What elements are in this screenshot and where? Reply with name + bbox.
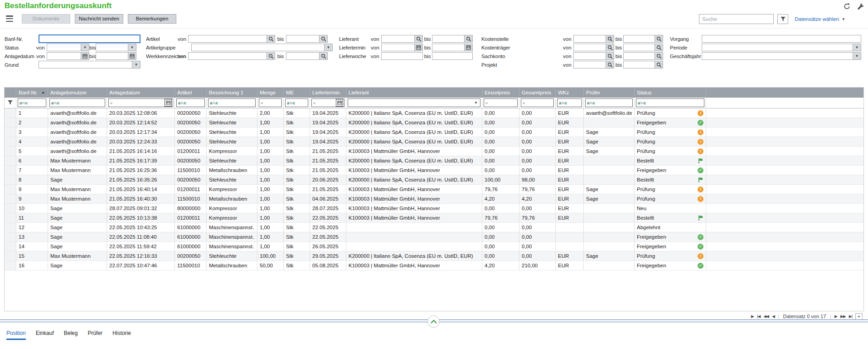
wkz-filter-input[interactable] bbox=[568, 100, 581, 105]
filter-funnel-button[interactable] bbox=[777, 14, 788, 24]
table-row[interactable]: 3avaeth@softfolio.de20.03.2025 12:17:340… bbox=[5, 128, 863, 137]
table-row[interactable]: 1avaeth@softfolio.de20.03.2025 12:08:060… bbox=[5, 108, 863, 118]
search-icon[interactable] bbox=[319, 35, 327, 42]
header-cell-status[interactable]: Status bbox=[635, 88, 706, 97]
kostenstelle-bis-input[interactable] bbox=[624, 35, 655, 42]
table-row[interactable]: 9Max Mustermann21.05.2025 16:40:14012000… bbox=[5, 185, 863, 194]
sachkonto-bis-input[interactable] bbox=[624, 53, 655, 59]
column-filter-lieferant[interactable]: ▼ bbox=[348, 98, 480, 107]
search-icon[interactable] bbox=[655, 35, 663, 42]
lieferant-von-field[interactable] bbox=[381, 35, 423, 43]
termin-filter-input[interactable] bbox=[316, 100, 336, 105]
sachkonto-von-input[interactable] bbox=[574, 53, 606, 59]
projekt-von-field[interactable] bbox=[573, 61, 614, 69]
search-icon[interactable] bbox=[464, 35, 472, 42]
anlagedatum-bis-field[interactable] bbox=[96, 52, 136, 60]
search-icon[interactable] bbox=[606, 35, 614, 42]
chevron-down-icon[interactable]: ▼ bbox=[472, 101, 480, 105]
table-row[interactable]: 12Sage22.05.2025 10:43:2561000000Maschin… bbox=[5, 223, 863, 232]
search-icon[interactable] bbox=[267, 53, 275, 59]
chevron-down-icon[interactable]: ▼ bbox=[853, 44, 861, 51]
tab-beleg[interactable]: Beleg bbox=[64, 330, 78, 340]
table-row[interactable]: 16Sage22.07.2025 10:47:4611500010Metalls… bbox=[5, 261, 863, 270]
kostenstelle-von-input[interactable] bbox=[574, 35, 606, 42]
column-filter-nr[interactable]: a%c bbox=[18, 98, 46, 107]
search-icon[interactable] bbox=[267, 35, 275, 42]
column-filter-me[interactable]: a%c bbox=[285, 98, 308, 107]
projekt-von-input[interactable] bbox=[574, 61, 606, 68]
artikelgruppe-field[interactable]: ▼ bbox=[191, 44, 333, 51]
chevron-down-icon[interactable]: ▼ bbox=[128, 44, 136, 51]
nr-filter-input[interactable] bbox=[29, 100, 45, 105]
liefertermin-bis-input[interactable] bbox=[432, 44, 464, 51]
werkkennzeichen-von-field[interactable] bbox=[188, 52, 275, 60]
search-icon[interactable] bbox=[319, 53, 327, 59]
column-filter-created[interactable]: = bbox=[108, 98, 173, 107]
table-row[interactable]: 8Sage21.05.2025 16:35:2600200050Stehleuc… bbox=[5, 175, 863, 185]
lieferant-bis-field[interactable] bbox=[432, 35, 473, 43]
table-row[interactable]: 14Sage22.05.2025 11:59:4261000000Maschin… bbox=[5, 242, 863, 251]
periode-input[interactable] bbox=[702, 44, 853, 51]
column-filter-pruefer[interactable]: a%c bbox=[585, 98, 633, 107]
bemerkungen-button[interactable]: Bemerkungen bbox=[128, 14, 176, 24]
projekt-bis-field[interactable] bbox=[623, 61, 663, 69]
calendar-icon[interactable] bbox=[165, 99, 172, 107]
chevron-down-icon[interactable]: ▼ bbox=[324, 44, 332, 51]
search-icon[interactable] bbox=[606, 44, 614, 51]
nachricht-senden-button[interactable]: Nachricht senden bbox=[75, 14, 123, 24]
artikel-von-field[interactable] bbox=[188, 35, 275, 43]
datensaetze-caret-icon[interactable]: ▼ bbox=[842, 17, 845, 21]
kostentrager-bis-input[interactable] bbox=[624, 44, 655, 51]
grund-field[interactable]: ▼ bbox=[39, 61, 141, 69]
lieferant-bis-input[interactable] bbox=[432, 35, 464, 42]
column-filter-bez[interactable]: a%c bbox=[208, 98, 256, 107]
last-record-icon[interactable]: ▶| bbox=[849, 314, 852, 319]
header-cell-pruefer[interactable]: Prüfer bbox=[584, 88, 635, 97]
column-filter-gesamt[interactable]: = bbox=[521, 98, 554, 107]
header-cell-lieferant[interactable]: Lieferant bbox=[346, 88, 482, 97]
header-cell-termin[interactable]: Liefertermin bbox=[310, 88, 346, 97]
table-row[interactable]: 11Sage22.05.2025 10:13:3801200011Kompres… bbox=[5, 213, 863, 223]
grund-input[interactable] bbox=[39, 61, 132, 68]
column-filter-wkz[interactable]: a%c bbox=[557, 98, 582, 107]
prev-page-icon[interactable]: ◀◀ bbox=[763, 314, 769, 319]
header-cell-me[interactable]: ME bbox=[284, 88, 310, 97]
table-row[interactable]: 7Max Mustermann21.05.2025 16:25:36115000… bbox=[5, 166, 863, 175]
anlagedatum-von-field[interactable] bbox=[47, 52, 89, 60]
werkkennzeichen-von-input[interactable] bbox=[189, 53, 267, 59]
artikel-filter-input[interactable] bbox=[187, 100, 204, 105]
chevron-down-icon[interactable]: ▼ bbox=[81, 44, 89, 51]
status-filter-input[interactable] bbox=[647, 100, 703, 105]
header-cell-artikel[interactable]: Artikel bbox=[175, 88, 207, 97]
created-filter-input[interactable] bbox=[113, 100, 165, 105]
first-record-icon[interactable]: |◀ bbox=[757, 314, 760, 319]
dokumente-button[interactable]: Dokumente bbox=[22, 14, 70, 24]
header-cell-gesamt[interactable]: Gesamtpreis bbox=[519, 88, 556, 97]
werkkennzeichen-bis-input[interactable] bbox=[286, 53, 319, 59]
lieferwoche-bis-field[interactable] bbox=[432, 52, 473, 60]
pruefer-filter-input[interactable] bbox=[596, 100, 632, 105]
search-icon[interactable] bbox=[655, 53, 663, 59]
lieferwoche-von-field[interactable] bbox=[381, 52, 423, 60]
header-cell-menge[interactable]: Menge bbox=[257, 88, 284, 97]
wrench-icon[interactable] bbox=[856, 2, 864, 10]
header-cell-nr[interactable]: Banf-Nr.▲ bbox=[16, 88, 48, 97]
liefertermin-von-input[interactable] bbox=[382, 44, 414, 51]
lieferwoche-bis-input[interactable] bbox=[432, 53, 472, 59]
kostenstelle-von-field[interactable] bbox=[573, 35, 614, 43]
lieferwoche-von-input[interactable] bbox=[382, 53, 422, 59]
table-row[interactable]: 15Max Mustermann22.05.2025 12:16:3300200… bbox=[5, 251, 863, 261]
sachkonto-von-field[interactable] bbox=[573, 52, 614, 60]
anlagedatum-von-input[interactable] bbox=[47, 53, 81, 59]
column-filter-menge[interactable]: = bbox=[259, 98, 282, 107]
chevron-down-icon[interactable]: ▼ bbox=[853, 53, 861, 59]
artikelgruppe-input[interactable] bbox=[192, 44, 324, 51]
table-row[interactable]: 13Sage22.05.2025 11:08:4061000000Maschin… bbox=[5, 232, 863, 242]
status-von-input[interactable] bbox=[47, 44, 81, 51]
search-icon[interactable] bbox=[655, 44, 663, 51]
projekt-bis-input[interactable] bbox=[624, 61, 655, 68]
refresh-icon[interactable] bbox=[843, 2, 851, 10]
geschaftsjahr-field[interactable]: ▼ bbox=[702, 52, 861, 60]
calendar-icon[interactable] bbox=[414, 44, 422, 51]
calendar-icon[interactable] bbox=[128, 53, 136, 59]
